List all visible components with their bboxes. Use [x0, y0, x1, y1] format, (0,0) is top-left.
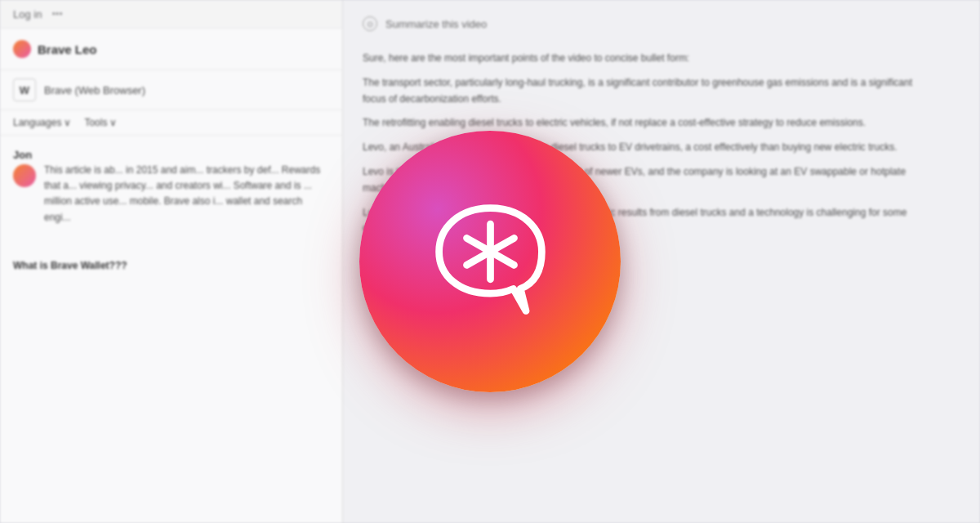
brave-leo-avatar — [13, 40, 31, 58]
article-text: This article is ab... in 2015 and aim...… — [44, 163, 329, 226]
login-button[interactable]: Log in — [13, 8, 42, 20]
article-avatar — [13, 164, 36, 187]
tools-label: Tools — [84, 117, 107, 128]
wiki-item[interactable]: W Brave (Web Browser) — [0, 70, 342, 110]
more-options-button[interactable]: ··· — [51, 7, 62, 21]
svg-line-6 — [490, 252, 514, 265]
wikipedia-icon: W — [13, 78, 36, 101]
response-line-3: The retrofitting enabling diesel trucks … — [363, 115, 934, 132]
top-bar: Log in ··· — [0, 0, 342, 29]
languages-label: Languages — [13, 117, 61, 128]
brave-leo-title: Brave Leo — [38, 42, 97, 56]
bottom-article: What is Brave Wallet??? — [0, 244, 342, 281]
response-line-2: The transport sector, particularly long-… — [363, 75, 934, 108]
logo-overlay — [359, 131, 621, 392]
wiki-title: Brave (Web Browser) — [44, 84, 145, 96]
summarize-prompt-text: Summarize this video — [385, 18, 487, 30]
brave-leo-header: Brave Leo — [0, 29, 342, 70]
logo-inner — [427, 200, 554, 323]
response-line-1: Sure, here are the most important points… — [363, 51, 934, 67]
article-row: This article is ab... in 2015 and aim...… — [13, 163, 329, 226]
chat-bubble-icon — [427, 200, 554, 323]
svg-line-5 — [466, 238, 490, 251]
languages-bar: Languages ∨ Tools ∨ — [0, 110, 342, 136]
logo-circle — [359, 131, 621, 392]
article-section: Jon This article is ab... in 2015 and ai… — [0, 136, 342, 244]
jon-label: Jon — [13, 145, 329, 163]
tools-chevron-icon: ∨ — [109, 117, 117, 128]
summarize-icon: ⊙ — [363, 16, 377, 31]
tools-button[interactable]: Tools ∨ — [84, 117, 117, 128]
chat-header: ⊙ Summarize this video — [363, 16, 960, 38]
logo-svg — [427, 200, 554, 323]
left-panel: Log in ··· Brave Leo W Brave (Web Browse… — [0, 0, 343, 523]
languages-chevron-icon: ∨ — [64, 117, 71, 128]
what-label: What is Brave Wallet??? — [13, 258, 329, 273]
languages-button[interactable]: Languages ∨ — [13, 117, 71, 128]
